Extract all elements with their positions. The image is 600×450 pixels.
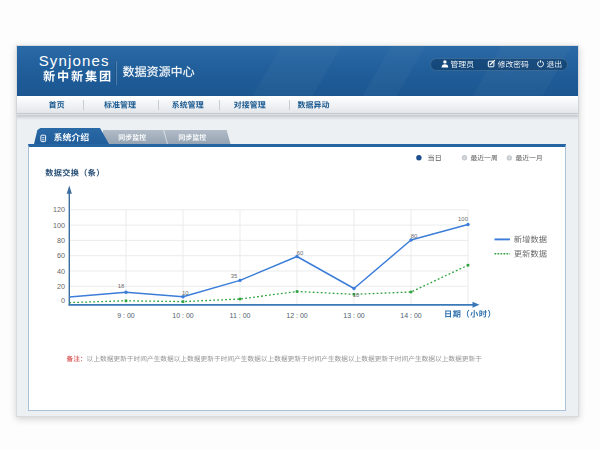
svg-text:80: 80 [57,236,65,245]
svg-text:60: 60 [297,250,304,256]
svg-text:12 : 00: 12 : 00 [286,312,308,319]
svg-text:10: 10 [182,290,189,296]
svg-text:9 : 00: 9 : 00 [117,312,135,319]
svg-text:10: 10 [353,292,360,298]
svg-text:60: 60 [57,251,65,260]
svg-text:13 : 00: 13 : 00 [343,312,365,319]
svg-text:120: 120 [53,205,65,214]
svg-text:10 : 00: 10 : 00 [172,312,194,319]
svg-text:0: 0 [61,296,65,305]
svg-text:35: 35 [231,273,238,279]
svg-text:20: 20 [57,282,65,291]
svg-text:100: 100 [53,221,65,230]
svg-text:14 : 00: 14 : 00 [400,312,422,319]
svg-text:11 : 00: 11 : 00 [230,312,251,319]
svg-text:40: 40 [57,267,65,276]
svg-text:18: 18 [118,283,125,289]
svg-text:100: 100 [458,216,469,222]
svg-text:80: 80 [411,233,418,239]
